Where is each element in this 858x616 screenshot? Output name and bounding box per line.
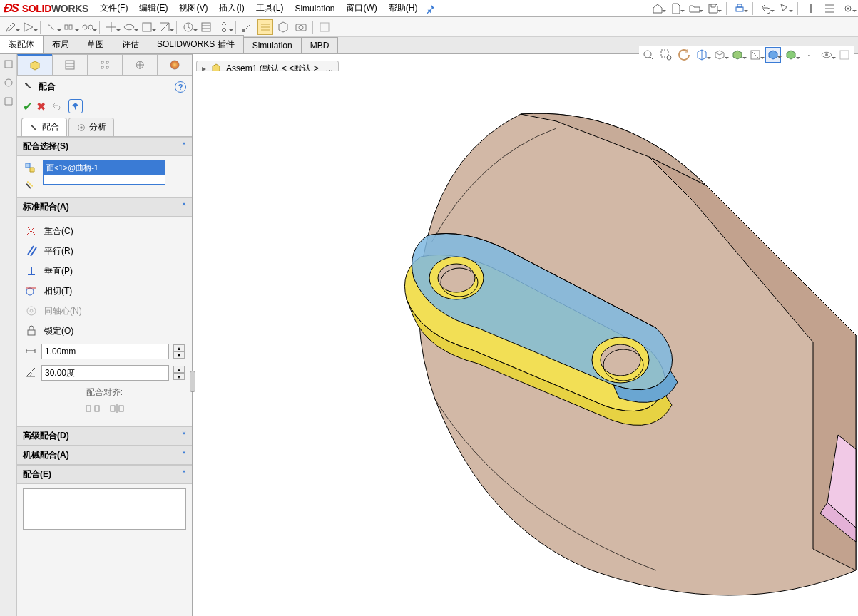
tab-assembly[interactable]: 装配体: [0, 35, 44, 53]
graphics-viewport[interactable]: [193, 71, 858, 616]
panel-resize-handle[interactable]: [190, 371, 195, 392]
strip-icon-2[interactable]: [1, 76, 16, 90]
mate-perpendicular[interactable]: 垂直(P): [23, 261, 186, 281]
rebuild-icon[interactable]: [804, 1, 818, 16]
manager-tab-property[interactable]: [52, 54, 88, 75]
tab-simulation[interactable]: Simulation: [243, 37, 302, 53]
cmd-instant3d-icon[interactable]: [240, 19, 255, 35]
mate-lock[interactable]: 锁定(O): [23, 321, 186, 341]
save-icon[interactable]: [706, 1, 720, 16]
cmd-show-hidden-icon[interactable]: [121, 19, 137, 35]
zoom-area-icon[interactable]: [658, 47, 674, 63]
new-doc-icon[interactable]: [669, 1, 683, 16]
manager-tab-feature[interactable]: [17, 54, 53, 75]
angle-spin[interactable]: ▲▼: [173, 366, 185, 380]
tab-layout[interactable]: 布局: [43, 35, 78, 53]
svg-rect-33: [661, 50, 668, 57]
ok-button[interactable]: ✔: [23, 100, 32, 113]
mates-list-box[interactable]: [23, 488, 186, 530]
menu-simulation[interactable]: Simulation: [289, 1, 340, 16]
manager-tab-dimxpert[interactable]: [122, 54, 158, 75]
cmd-edit-component-icon[interactable]: [3, 19, 19, 35]
strip-icon-3[interactable]: [1, 94, 16, 108]
tab-evaluate[interactable]: 评估: [113, 35, 148, 53]
tab-addins[interactable]: SOLIDWORKS 插件: [148, 35, 244, 53]
keep-visible-pin-icon[interactable]: [68, 99, 83, 113]
cmd-new-motion-study-icon[interactable]: [180, 19, 196, 35]
group-mechanical-header[interactable]: 机械配合(A) ˅: [17, 446, 192, 465]
hud-extra-icon[interactable]: [837, 47, 852, 63]
group-advanced-header[interactable]: 高级配合(D) ˅: [17, 426, 192, 446]
mate-tangent[interactable]: 相切(T): [23, 281, 186, 301]
manager-tab-render[interactable]: [157, 54, 192, 75]
strip-icon-1[interactable]: [1, 57, 16, 71]
entities-icon[interactable]: [23, 160, 37, 175]
group-mates-header[interactable]: 配合(E) ˄: [17, 465, 192, 484]
distance-spin[interactable]: ▲▼: [173, 344, 185, 359]
mate-parallel[interactable]: 平行(R): [23, 241, 186, 261]
view-settings-icon[interactable]: [819, 47, 834, 63]
manager-tab-config[interactable]: [87, 54, 123, 75]
edit-appearance-icon[interactable]: [765, 47, 781, 63]
selection-list[interactable]: 面<1>@曲柄-1: [43, 160, 165, 185]
previous-view-icon[interactable]: [676, 47, 692, 63]
menu-insert[interactable]: 插入(I): [213, 0, 250, 16]
display-style-icon[interactable]: [730, 47, 745, 63]
select-icon[interactable]: [777, 1, 792, 16]
cmd-reference-geometry-icon[interactable]: [157, 19, 173, 35]
cmd-mate-icon[interactable]: [44, 19, 60, 35]
hide-show-items-icon[interactable]: [747, 47, 763, 63]
menu-tools[interactable]: 工具(L): [250, 0, 290, 16]
cmd-linear-pattern-icon[interactable]: [62, 19, 78, 35]
distance-input[interactable]: [41, 344, 169, 359]
svg-point-17: [5, 79, 12, 86]
mate-concentric-label: 同轴心(N): [44, 305, 82, 317]
subtab-mate[interactable]: 配合: [21, 118, 67, 136]
separator: [797, 2, 798, 15]
menu-help[interactable]: 帮助(H): [383, 0, 424, 16]
options-list-icon[interactable]: [822, 1, 837, 16]
svg-point-7: [83, 25, 87, 29]
selection-entry[interactable]: 面<1>@曲柄-1: [44, 161, 165, 175]
subtab-analyze[interactable]: 分析: [68, 118, 114, 136]
cmd-smart-fasteners-icon[interactable]: [80, 19, 96, 35]
multi-mate-icon[interactable]: [23, 179, 37, 193]
cmd-insert-component-icon[interactable]: [21, 19, 36, 35]
tab-mbd[interactable]: MBD: [301, 37, 339, 53]
undo-button[interactable]: [50, 99, 64, 113]
group-standard-header[interactable]: 标准配合(A) ˄: [17, 197, 192, 217]
cmd-snapshot-icon[interactable]: [275, 19, 291, 35]
cmd-exploded-view-icon[interactable]: [216, 19, 232, 35]
cmd-move-component-icon[interactable]: [103, 19, 119, 35]
undo-icon[interactable]: [759, 1, 773, 16]
apply-scene-icon[interactable]: [783, 47, 799, 63]
menu-edit[interactable]: 编辑(E): [133, 0, 173, 16]
angle-input[interactable]: [41, 365, 169, 381]
menu-window[interactable]: 窗口(W): [340, 0, 382, 16]
menu-view[interactable]: 视图(V): [173, 0, 213, 16]
cmd-speedpak-icon[interactable]: [257, 19, 273, 35]
mate-concentric[interactable]: 同轴心(N): [23, 301, 186, 321]
menu-file[interactable]: 文件(F): [94, 0, 133, 16]
cmd-assembly-features-icon[interactable]: [139, 19, 155, 35]
zoom-fit-icon[interactable]: [640, 47, 656, 63]
group-selection-header[interactable]: 配合选择(S) ˄: [17, 137, 192, 156]
print-icon[interactable]: [732, 1, 747, 16]
open-icon[interactable]: [688, 1, 702, 16]
settings-gear-icon[interactable]: [841, 1, 855, 16]
logo-text-works: WORKS: [51, 3, 88, 14]
help-icon[interactable]: ?: [175, 81, 186, 93]
svg-rect-29: [95, 406, 99, 411]
cmd-camera-icon[interactable]: [293, 19, 309, 35]
cmd-extra-icon[interactable]: [317, 19, 332, 35]
align-same-icon[interactable]: [86, 401, 100, 416]
align-anti-icon[interactable]: [110, 401, 124, 416]
view-orientation-icon[interactable]: [712, 47, 727, 63]
home-icon[interactable]: [650, 1, 665, 16]
cmd-bom-icon[interactable]: [198, 19, 214, 35]
cancel-button[interactable]: ✖: [36, 100, 46, 113]
tab-sketch[interactable]: 草图: [78, 35, 113, 53]
pin-menu-icon[interactable]: [423, 1, 437, 16]
mate-coincident[interactable]: 重合(C): [23, 221, 186, 241]
section-view-icon[interactable]: [694, 47, 710, 63]
